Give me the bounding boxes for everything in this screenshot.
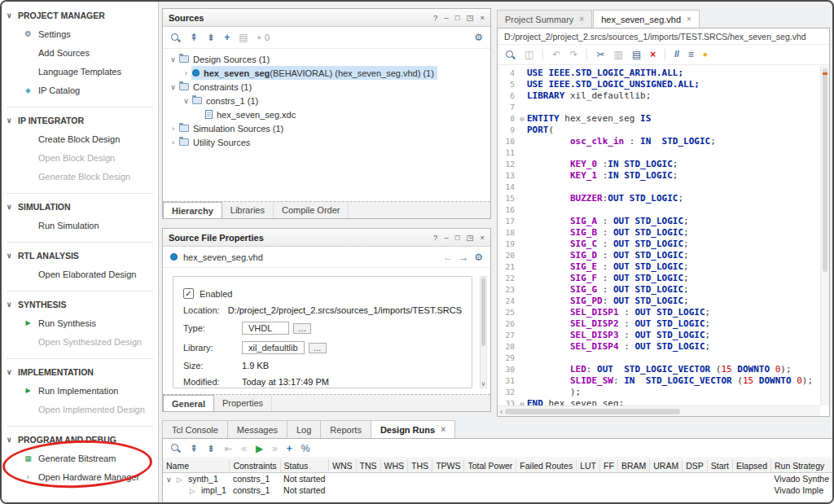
- column-header-whs[interactable]: WHS: [380, 459, 408, 473]
- settings-gear-icon[interactable]: ⚙: [474, 33, 483, 42]
- column-header-ths[interactable]: THS: [408, 459, 432, 473]
- tab-hex-seven-seg-vhd[interactable]: hex_seven_seg.vhd ×: [593, 10, 700, 28]
- nav-item-open-implemented-design[interactable]: Open Implemented Design: [7, 400, 153, 419]
- add-sources-icon[interactable]: +: [224, 33, 230, 42]
- column-header-failed-routes[interactable]: Failed Routes: [516, 459, 577, 473]
- collapse-arrow-icon[interactable]: ∨: [166, 476, 177, 484]
- tree-item-hex-seven-seg-xdc[interactable]: hex_seven_seg.xdc: [163, 107, 490, 121]
- paste-icon[interactable]: ▤: [632, 50, 641, 59]
- tab-design-runs[interactable]: Design Runs ×: [371, 420, 455, 438]
- undo-icon[interactable]: ↶: [552, 50, 560, 59]
- copy-icon[interactable]: ▥: [614, 50, 623, 59]
- maximize-icon[interactable]: □: [455, 13, 460, 22]
- nav-section-header-ip-integrator[interactable]: ∨IP INTEGRATOR: [7, 112, 153, 129]
- nav-item-settings[interactable]: ⚙Settings: [7, 24, 153, 43]
- close-icon[interactable]: ×: [579, 15, 584, 24]
- column-header-ff[interactable]: FF: [600, 459, 618, 473]
- tab-properties[interactable]: Properties: [214, 395, 272, 411]
- editor-horizontal-scrollbar[interactable]: ‹: [498, 405, 820, 416]
- nav-section-header-rtl-analysis[interactable]: ∨RTL ANALYSIS: [7, 247, 153, 265]
- enabled-checkbox[interactable]: ✓: [183, 288, 194, 299]
- nav-item-open-block-design[interactable]: Open Block Design: [7, 148, 153, 167]
- column-header-bram[interactable]: BRAM: [617, 459, 649, 473]
- nav-item-generate-bitstream[interactable]: ▦Generate Bitstream: [7, 449, 153, 467]
- column-header-run-strategy[interactable]: Run Strategy: [770, 459, 832, 473]
- close-icon[interactable]: ×: [480, 13, 485, 22]
- type-input[interactable]: VHDL: [242, 322, 289, 335]
- percent-icon[interactable]: %: [301, 444, 310, 454]
- redo-icon[interactable]: ↷: [569, 50, 577, 59]
- minimize-icon[interactable]: –: [444, 13, 448, 22]
- nav-item-open-elaborated-design[interactable]: Open Elaborated Design: [7, 265, 153, 283]
- forward-icon[interactable]: →: [459, 252, 468, 262]
- back-icon[interactable]: ←: [443, 252, 453, 262]
- column-header-name[interactable]: Name: [163, 459, 230, 473]
- close-icon[interactable]: ×: [687, 15, 691, 24]
- run-row-synth-1[interactable]: ∨▷synth_1constrs_1Not startedVivado Synt…: [163, 473, 833, 485]
- fold-icon[interactable]: ⊖: [517, 398, 527, 405]
- nav-item-open-hardware-manager[interactable]: ›Open Hardware Manager: [7, 467, 153, 486]
- tree-item-constraints-1[interactable]: ∨Constraints (1): [163, 80, 490, 94]
- expand-arrow-icon[interactable]: ›: [181, 69, 191, 77]
- tab-libraries[interactable]: Libraries: [222, 202, 274, 218]
- scrollbar-thumb[interactable]: [505, 409, 680, 414]
- column-header-tpws[interactable]: TPWS: [432, 459, 464, 473]
- lightbulb-icon[interactable]: ●: [703, 50, 708, 59]
- nav-section-header-program-and-debug[interactable]: ∨PROGRAM AND DEBUG: [7, 431, 153, 449]
- report-icon[interactable]: ▤: [239, 33, 248, 42]
- delete-icon[interactable]: ×: [650, 50, 656, 59]
- nav-item-run-synthesis[interactable]: ▶Run Synthesis: [7, 313, 153, 332]
- step-back-icon[interactable]: «: [241, 444, 247, 454]
- column-header-lut[interactable]: LUT: [577, 459, 600, 473]
- maximize-icon[interactable]: □: [455, 233, 460, 242]
- search-icon[interactable]: [170, 33, 181, 43]
- indent-icon[interactable]: ≡: [688, 50, 694, 59]
- column-header-total-power[interactable]: Total Power: [464, 459, 516, 473]
- library-browse-button[interactable]: …: [309, 343, 327, 353]
- tree-item-hex-seven-seg[interactable]: ›hex_seven_seg(BEHAVIORAL) (hex_seven_se…: [163, 66, 490, 80]
- nav-item-open-synthesized-design[interactable]: Open Synthesized Design: [7, 332, 153, 351]
- tree-item-utility-sources[interactable]: ›Utility Sources: [163, 135, 490, 149]
- float-icon[interactable]: ◳: [466, 13, 473, 22]
- library-input[interactable]: xil_defaultlib: [242, 341, 305, 354]
- search-icon[interactable]: [505, 50, 516, 60]
- save-icon[interactable]: ◫: [525, 50, 533, 59]
- tab-project-summary[interactable]: Project Summary ×: [497, 10, 592, 28]
- close-icon[interactable]: ×: [480, 233, 485, 242]
- minimize-icon[interactable]: –: [444, 233, 448, 242]
- tab-compile-order[interactable]: Compile Order: [274, 202, 349, 218]
- tab-hierarchy[interactable]: Hierarchy: [163, 202, 222, 218]
- expand-all-icon[interactable]: ⇟: [207, 33, 215, 42]
- collapse-arrow-icon[interactable]: ∨: [181, 97, 191, 105]
- go-to-start-icon[interactable]: ⇤: [224, 444, 232, 454]
- expand-all-icon[interactable]: ⇟: [207, 444, 215, 454]
- scrollbar-thumb[interactable]: [481, 278, 485, 346]
- editor-vertical-scrollbar[interactable]: [820, 66, 829, 405]
- tab-general[interactable]: General: [163, 395, 214, 411]
- tab-reports[interactable]: Reports: [320, 420, 371, 438]
- tab-messages[interactable]: Messages: [227, 420, 287, 438]
- tree-item-simulation-sources-1[interactable]: ›Simulation Sources (1): [163, 121, 490, 135]
- nav-item-add-sources[interactable]: Add Sources: [7, 43, 153, 62]
- play-icon[interactable]: ▶: [256, 444, 263, 454]
- collapse-arrow-icon[interactable]: ∨: [168, 55, 178, 64]
- type-browse-button[interactable]: …: [293, 323, 311, 334]
- create-run-icon[interactable]: +: [287, 444, 292, 454]
- float-icon[interactable]: ◳: [466, 233, 473, 242]
- scrollbar-thumb[interactable]: [823, 68, 827, 272]
- nav-item-run-implementation[interactable]: ▶Run Implementation: [7, 381, 153, 400]
- expand-arrow-icon[interactable]: ›: [168, 125, 178, 133]
- fold-icon[interactable]: ⊖: [517, 113, 527, 125]
- expand-arrow-icon[interactable]: ›: [168, 138, 178, 147]
- collapse-all-icon[interactable]: ⇞: [190, 444, 198, 454]
- column-header-constraints[interactable]: Constraints: [230, 459, 280, 473]
- column-header-status[interactable]: Status: [280, 459, 328, 473]
- nav-item-ip-catalog[interactable]: ◈IP Catalog: [7, 81, 153, 99]
- nav-item-generate-block-design[interactable]: Generate Block Design: [7, 167, 153, 186]
- nav-item-run-simulation[interactable]: Run Simulation: [7, 216, 153, 234]
- settings-gear-icon[interactable]: ⚙: [474, 252, 483, 262]
- search-icon[interactable]: [170, 443, 181, 454]
- column-header-dsp[interactable]: DSP: [683, 459, 708, 473]
- column-header-wns[interactable]: WNS: [329, 459, 357, 473]
- help-icon[interactable]: ?: [433, 233, 437, 242]
